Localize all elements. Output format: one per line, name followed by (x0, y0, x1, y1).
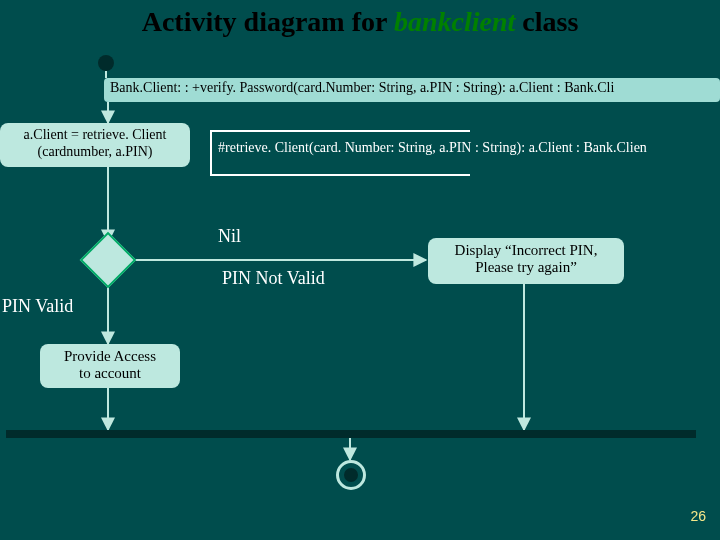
decision-node-icon (80, 232, 137, 289)
synchronization-bar (6, 430, 696, 438)
note-retrieve-signature: #retrieve. Client(card. Number: String, … (210, 138, 720, 162)
action-display-incorrect: Display “Incorrect PIN, Please try again… (428, 238, 624, 284)
access-line1: Provide Access (46, 348, 174, 365)
action-verify-password-label: Bank.Client: : +verify. Password(card.Nu… (110, 80, 614, 95)
action-provide-access: Provide Access to account (40, 344, 180, 388)
branch-label-nil: Nil (218, 226, 241, 247)
start-node-icon (98, 55, 114, 71)
page-number: 26 (690, 508, 706, 524)
branch-label-valid: PIN Valid (2, 296, 73, 317)
retrieve-line2: (cardnumber, a.PIN) (4, 144, 186, 161)
branch-label-not-valid: PIN Not Valid (222, 268, 325, 289)
page-title: Activity diagram for bankclient class (0, 6, 720, 38)
retrieve-line1: a.Client = retrieve. Client (4, 127, 186, 144)
title-em: bankclient (394, 6, 515, 37)
note-corner-bot (210, 162, 470, 176)
end-node-icon (336, 460, 366, 490)
action-retrieve-client: a.Client = retrieve. Client (cardnumber,… (0, 123, 190, 167)
action-verify-password: Bank.Client: : +verify. Password(card.Nu… (104, 78, 720, 102)
access-line2: to account (46, 365, 174, 382)
incorrect-line2: Please try again” (434, 259, 618, 276)
title-post: class (515, 6, 578, 37)
note-retrieve-signature-label: #retrieve. Client(card. Number: String, … (212, 138, 720, 158)
title-pre: Activity diagram for (142, 6, 394, 37)
note-corner-top (210, 130, 470, 138)
incorrect-line1: Display “Incorrect PIN, (434, 242, 618, 259)
